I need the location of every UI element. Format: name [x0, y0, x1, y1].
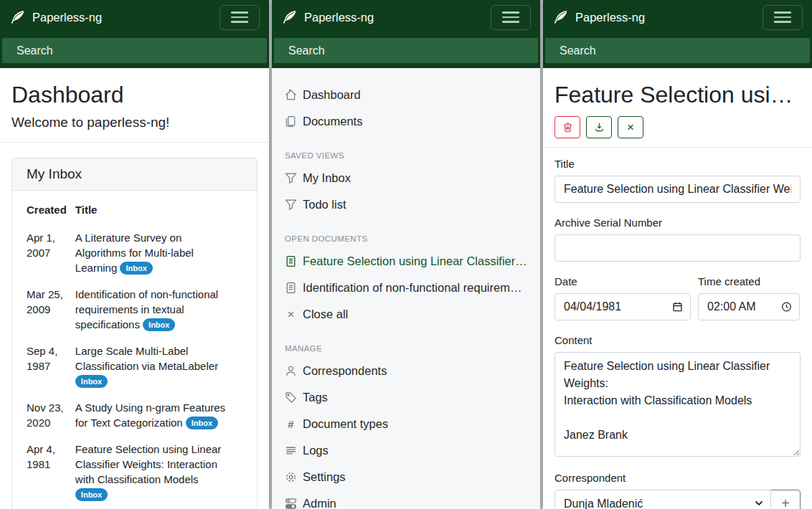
title-input[interactable] — [554, 176, 801, 203]
menu-item-label: Todo list — [303, 198, 346, 211]
open-documents-header: OPEN DOCUMENTS — [285, 234, 527, 244]
menu-item-close-all[interactable]: × Close all — [272, 301, 540, 328]
menu-item-settings[interactable]: Settings — [272, 464, 540, 490]
home-icon — [285, 89, 297, 101]
col-header-created: Created — [27, 204, 75, 224]
navbar: Paperless-ng — [543, 0, 812, 34]
document-edit-panel: Paperless-ng Feature Selection usin... × — [543, 0, 812, 509]
brand[interactable]: Paperless-ng — [281, 9, 374, 25]
hamburger-menu-button[interactable] — [763, 5, 803, 30]
feather-logo-icon — [552, 9, 568, 25]
close-icon: × — [627, 121, 634, 133]
person-icon — [285, 365, 297, 377]
menu-item-label: Dashboard — [303, 88, 361, 102]
trash-icon — [562, 122, 573, 133]
table-row: Mar 25, 2009 Identification of non-funct… — [27, 281, 242, 338]
asn-label: Archive Serial Number — [554, 217, 801, 229]
time-created-label: Time created — [698, 275, 800, 287]
plus-icon: + — [781, 495, 790, 509]
row-created: Apr 4, 1981 — [27, 436, 75, 508]
close-icon: × — [285, 308, 297, 320]
menu-item-open-document-2[interactable]: Identification of non-functional require… — [272, 275, 540, 301]
time-input[interactable] — [698, 293, 800, 320]
document-text-icon — [285, 282, 297, 294]
search-bar — [543, 34, 812, 68]
row-created: Nov 23, 2020 — [27, 394, 75, 436]
search-bar — [272, 34, 540, 68]
menu-item-label: Document types — [303, 417, 388, 431]
hash-icon: # — [285, 418, 297, 430]
menu-item-tags[interactable]: Tags — [272, 384, 540, 411]
date-input[interactable] — [554, 293, 691, 320]
navbar: Paperless-ng — [0, 0, 269, 34]
menu-item-admin[interactable]: Admin — [272, 490, 540, 509]
search-input[interactable] — [2, 38, 267, 63]
search-bar — [0, 34, 269, 68]
navbar: Paperless-ng — [272, 0, 540, 34]
asn-input[interactable] — [554, 234, 801, 262]
table-row: Apr 4, 1981 Feature Selection using Line… — [27, 436, 242, 508]
download-icon — [594, 122, 605, 133]
inbox-card: My Inbox Created Title Apr 1, 2007 A Lit… — [11, 158, 258, 509]
add-correspondent-button[interactable]: + — [770, 490, 801, 509]
brand[interactable]: Paperless-ng — [9, 9, 102, 25]
inbox-table: Created Title Apr 1, 2007 A Literature S… — [27, 204, 242, 509]
hamburger-menu-button[interactable] — [219, 5, 260, 30]
inbox-badge: Inbox — [186, 417, 218, 429]
filter-funnel-icon — [285, 199, 297, 211]
content-textarea[interactable]: Feature Selection using Linear Classifie… — [554, 352, 801, 457]
row-title-link[interactable]: Feature Selection using Linear Classifie… — [75, 443, 221, 485]
hamburger-menu-button[interactable] — [491, 5, 531, 30]
date-label: Date — [554, 275, 691, 287]
menu-item-label: Identification of non-functional require… — [303, 281, 527, 295]
row-created: Apr 1, 2007 — [27, 224, 75, 281]
menu-item-label: Feature Selection using Linear Classifie… — [303, 255, 527, 268]
search-input[interactable] — [545, 38, 810, 63]
tag-icon — [285, 391, 297, 404]
row-created: Sep 4, 1987 — [27, 338, 75, 394]
delete-button[interactable] — [554, 116, 580, 138]
menu-item-documents[interactable]: Documents — [272, 108, 540, 135]
correspondent-select[interactable]: Dunja Mladenić — [554, 490, 771, 509]
menu-item-label: My Inbox — [303, 171, 351, 185]
table-row: Apr 1, 2007 A Literature Survey on Algor… — [27, 224, 242, 281]
menu-item-correspondents[interactable]: Correspondents — [272, 358, 540, 384]
table-row: Nov 23, 2020 A Study Using n-gram Featur… — [27, 394, 242, 436]
dashboard-panel: Paperless-ng Dashboard Welcome to paperl… — [0, 0, 269, 509]
menu-item-label: Tags — [303, 391, 328, 404]
document-title-heading: Feature Selection usin... — [554, 81, 801, 109]
page-title: Dashboard — [11, 81, 258, 109]
search-input[interactable] — [274, 38, 538, 63]
col-header-title: Title — [75, 204, 242, 224]
log-lines-icon — [285, 444, 297, 457]
brand[interactable]: Paperless-ng — [552, 9, 645, 25]
brand-label: Paperless-ng — [32, 11, 102, 24]
welcome-text: Welcome to paperless-ng! — [11, 115, 258, 130]
menu-panel: Paperless-ng Dashboard Documents SAVED V… — [272, 0, 540, 509]
filter-funnel-icon — [285, 172, 297, 184]
documents-icon — [285, 115, 297, 128]
inbox-badge: Inbox — [120, 262, 152, 275]
close-document-button[interactable]: × — [618, 116, 643, 138]
menu-item-todo-list[interactable]: Todo list — [272, 191, 540, 218]
menu-item-document-types[interactable]: # Document types — [272, 411, 540, 437]
content-label: Content — [554, 334, 801, 346]
brand-label: Paperless-ng — [304, 11, 374, 24]
divider — [543, 147, 812, 148]
inbox-badge: Inbox — [75, 375, 108, 388]
inbox-card-title: My Inbox — [12, 158, 257, 191]
menu-item-label: Documents — [303, 115, 362, 128]
inbox-badge: Inbox — [75, 488, 108, 501]
menu-item-dashboard[interactable]: Dashboard — [272, 82, 540, 108]
row-title-link[interactable]: Large Scale Multi-Label Classification v… — [75, 345, 218, 372]
menu-item-label: Close all — [303, 308, 348, 321]
document-actions: × — [554, 116, 801, 138]
menu-item-open-document-1[interactable]: Feature Selection using Linear Classifie… — [272, 248, 540, 275]
download-button[interactable] — [586, 116, 612, 138]
title-label: Title — [554, 158, 801, 170]
menu-item-logs[interactable]: Logs — [272, 437, 540, 464]
menu-item-label: Admin — [303, 497, 336, 509]
toggles-icon — [285, 498, 297, 509]
menu-item-my-inbox[interactable]: My Inbox — [272, 165, 540, 191]
feather-logo-icon — [281, 9, 297, 25]
